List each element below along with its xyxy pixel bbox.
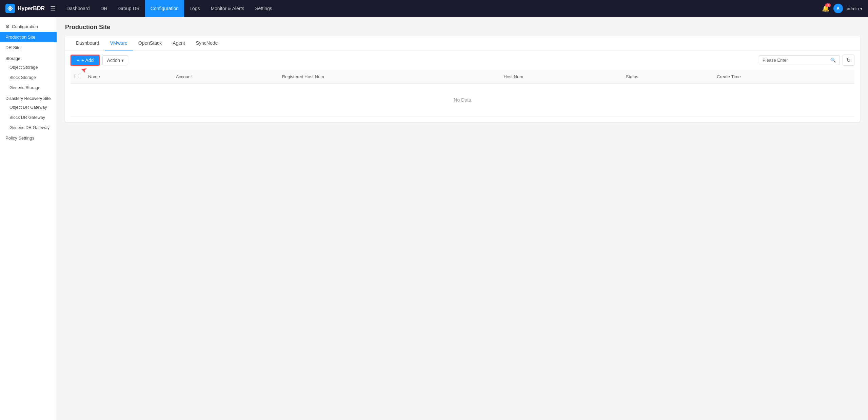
table-header-checkbox bbox=[71, 70, 84, 84]
table-header-host-num: Host Num bbox=[499, 70, 622, 84]
topnav: HyperBDR ☰ Dashboard DR Group DR Configu… bbox=[0, 0, 868, 17]
no-data-label: No Data bbox=[71, 84, 854, 117]
sidebar-item-policy-settings[interactable]: Policy Settings bbox=[0, 133, 57, 143]
add-icon: + bbox=[77, 58, 79, 63]
topnav-links: Dashboard DR Group DR Configuration Logs… bbox=[61, 0, 819, 17]
user-avatar[interactable]: A bbox=[833, 4, 843, 13]
sidebar-item-label: Object Storage bbox=[9, 65, 38, 70]
table-wrap: Name Account Registered Host Num Host Nu… bbox=[65, 70, 860, 122]
nav-settings[interactable]: Settings bbox=[250, 0, 278, 17]
tab-agent[interactable]: Agent bbox=[167, 36, 191, 50]
table-header-row: Name Account Registered Host Num Host Nu… bbox=[71, 70, 854, 84]
sidebar-item-object-dr-gateway[interactable]: Object DR Gateway bbox=[0, 102, 57, 112]
tab-dashboard[interactable]: Dashboard bbox=[71, 36, 105, 50]
sidebar-item-object-storage[interactable]: Object Storage bbox=[0, 62, 57, 72]
menu-icon[interactable]: ☰ bbox=[50, 5, 56, 12]
gear-icon: ⚙ bbox=[5, 24, 10, 29]
user-dropdown-icon: ▾ bbox=[860, 6, 863, 11]
sidebar: ⚙ Configuration Production Site DR Site … bbox=[0, 17, 57, 420]
nav-logs[interactable]: Logs bbox=[184, 0, 205, 17]
logo-text: HyperBDR bbox=[18, 5, 45, 12]
add-button[interactable]: + + Add bbox=[71, 55, 100, 66]
user-label: admin bbox=[847, 6, 859, 11]
topnav-right: 🔔 9 A admin ▾ bbox=[822, 4, 863, 13]
toolbar-right: 🔍 ↻ bbox=[759, 55, 854, 66]
sidebar-item-block-storage[interactable]: Block Storage bbox=[0, 72, 57, 83]
search-input[interactable] bbox=[759, 56, 827, 65]
main-card: Dashboard VMware OpenStack Agent SyncNod… bbox=[65, 36, 860, 122]
sidebar-item-label: Policy Settings bbox=[5, 135, 34, 141]
action-dropdown-icon: ▾ bbox=[121, 58, 124, 63]
sidebar-item-label: DR Site bbox=[5, 45, 21, 50]
notification-badge: 9 bbox=[825, 3, 831, 7]
refresh-button[interactable]: ↻ bbox=[843, 55, 854, 66]
sidebar-item-generic-storage[interactable]: Generic Storage bbox=[0, 83, 57, 93]
search-icon-button[interactable]: 🔍 bbox=[827, 56, 840, 65]
sidebar-config-section: ⚙ Configuration bbox=[0, 21, 57, 32]
nav-group-dr[interactable]: Group DR bbox=[113, 0, 145, 17]
table-header-registered-host-num: Registered Host Num bbox=[278, 70, 500, 84]
data-table: Name Account Registered Host Num Host Nu… bbox=[71, 70, 854, 117]
nav-dr[interactable]: DR bbox=[95, 0, 113, 17]
sidebar-group-storage: Storage bbox=[0, 53, 57, 62]
sidebar-item-generic-dr-gateway[interactable]: Generic DR Gateway bbox=[0, 123, 57, 133]
toolbar: ➤ + + Add Action ▾ 🔍 ↻ bbox=[65, 50, 860, 70]
nav-configuration[interactable]: Configuration bbox=[145, 0, 184, 17]
nav-monitor-alerts[interactable]: Monitor & Alerts bbox=[205, 0, 250, 17]
page-title: Production Site bbox=[65, 24, 860, 31]
notification-bell[interactable]: 🔔 9 bbox=[822, 5, 829, 12]
tab-syncnode[interactable]: SyncNode bbox=[191, 36, 223, 50]
sidebar-group-dr-site: Disastery Recovery Site bbox=[0, 93, 57, 102]
select-all-checkbox[interactable] bbox=[75, 74, 79, 78]
layout: ⚙ Configuration Production Site DR Site … bbox=[0, 17, 868, 420]
sidebar-item-production-site[interactable]: Production Site bbox=[0, 32, 57, 42]
sidebar-item-label: Production Site bbox=[5, 35, 35, 40]
sidebar-section-label: Configuration bbox=[12, 24, 38, 29]
sidebar-item-label: Block DR Gateway bbox=[9, 115, 45, 120]
action-button[interactable]: Action ▾ bbox=[102, 55, 128, 65]
table-header-name: Name bbox=[84, 70, 172, 84]
sidebar-item-label: Object DR Gateway bbox=[9, 105, 47, 110]
logo[interactable]: HyperBDR bbox=[5, 4, 45, 13]
nav-dashboard[interactable]: Dashboard bbox=[61, 0, 95, 17]
sidebar-item-dr-site[interactable]: DR Site bbox=[0, 42, 57, 53]
table-header-account: Account bbox=[172, 70, 278, 84]
user-menu[interactable]: admin ▾ bbox=[847, 6, 863, 11]
logo-icon bbox=[5, 4, 15, 13]
main-content: Production Site Dashboard VMware OpenSta… bbox=[57, 17, 868, 420]
sidebar-item-label: Generic DR Gateway bbox=[9, 125, 50, 130]
tab-vmware[interactable]: VMware bbox=[105, 36, 133, 50]
sidebar-item-label: Block Storage bbox=[9, 75, 36, 80]
page-header: Production Site bbox=[65, 24, 860, 31]
table-body: No Data bbox=[71, 84, 854, 117]
tabs: Dashboard VMware OpenStack Agent SyncNod… bbox=[65, 36, 860, 50]
table-header-create-time: Create Time bbox=[713, 70, 854, 84]
table-empty-row: No Data bbox=[71, 84, 854, 117]
action-label: Action bbox=[107, 58, 120, 63]
sidebar-item-block-dr-gateway[interactable]: Block DR Gateway bbox=[0, 112, 57, 123]
svg-point-1 bbox=[9, 7, 12, 10]
sidebar-item-label: Generic Storage bbox=[9, 85, 40, 90]
search-input-wrap: 🔍 bbox=[759, 55, 840, 65]
tab-openstack[interactable]: OpenStack bbox=[133, 36, 167, 50]
add-label: + Add bbox=[81, 58, 94, 63]
table-header-status: Status bbox=[622, 70, 713, 84]
